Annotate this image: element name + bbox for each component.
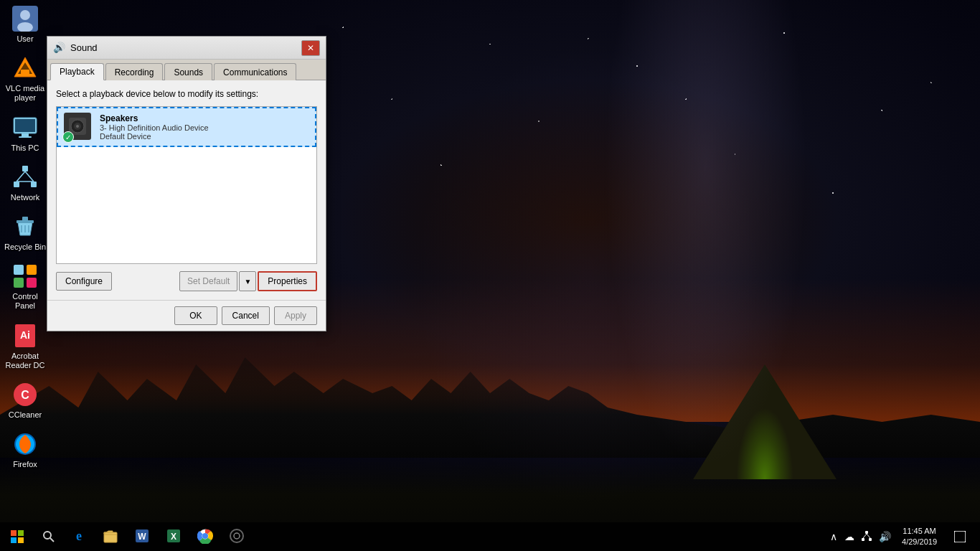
acrobat-icon: Ai <box>12 323 38 349</box>
firefox-icon <box>12 431 38 457</box>
taskbar-cortana[interactable] <box>221 522 253 551</box>
acrobat-icon-label: Acrobat Reader DC <box>3 352 47 370</box>
sound-dialog-icon: 🔊 <box>53 42 66 55</box>
cancel-button[interactable]: Cancel <box>222 306 270 325</box>
svg-rect-33 <box>11 537 17 543</box>
svg-rect-31 <box>11 530 17 536</box>
svg-text:W: W <box>138 532 146 542</box>
trees-silhouette <box>0 314 980 458</box>
dialog-content: Select a playback device below to modify… <box>47 80 326 300</box>
tab-recording[interactable]: Recording <box>105 63 164 80</box>
svg-rect-21 <box>27 278 37 288</box>
svg-rect-18 <box>14 265 24 275</box>
tab-sounds[interactable]: Sounds <box>164 63 212 80</box>
tab-playback[interactable]: Playback <box>50 63 104 80</box>
svg-rect-10 <box>22 166 28 171</box>
svg-line-49 <box>863 534 867 538</box>
clock-date: 4/29/2019 <box>902 537 937 547</box>
svg-rect-22 <box>15 324 35 347</box>
desktop-icon-user[interactable]: User <box>0 0 50 50</box>
svg-rect-6 <box>14 118 37 133</box>
svg-point-44 <box>230 529 243 542</box>
dialog-bottom-buttons: Configure Set Default ▼ Properties <box>56 271 317 291</box>
taskbar-explorer[interactable] <box>95 522 126 551</box>
controlpanel-icon <box>12 263 38 289</box>
sound-dialog: 🔊 Sound ✕ Playback Recording Sounds Comm… <box>47 36 326 331</box>
system-tray: ∧ ☁ 🔊 11:45 AM 4/29/2019 <box>828 522 980 551</box>
tray-sound-icon[interactable]: 🔊 <box>877 531 893 542</box>
svg-rect-8 <box>22 133 29 136</box>
svg-rect-17 <box>22 217 28 221</box>
taskbar-excel[interactable]: X <box>158 522 189 551</box>
desktop-icon-ccleaner[interactable]: C CCleaner <box>0 376 50 425</box>
desktop-icon-recycle[interactable]: Recycle Bin <box>0 208 50 258</box>
device-list[interactable]: ✓ Speakers 3- High Definition Audio Devi… <box>56 106 317 264</box>
svg-point-30 <box>76 125 79 128</box>
tray-network-icon[interactable] <box>859 531 874 543</box>
svg-point-26 <box>14 433 36 455</box>
recycle-icon <box>12 214 38 240</box>
tray-cloud-icon[interactable]: ☁ <box>842 531 857 542</box>
dialog-close-button[interactable]: ✕ <box>301 40 320 56</box>
svg-rect-5 <box>21 70 29 75</box>
desktop-icon-acrobat[interactable]: Ai Acrobat Reader DC <box>0 317 50 376</box>
tray-show-hidden[interactable]: ∧ <box>828 531 839 542</box>
desktop-icon-network[interactable]: Network <box>0 159 50 208</box>
desktop-icon-vlc[interactable]: VLC media player <box>0 50 50 108</box>
controlpanel-icon-label: Control Panel <box>3 292 47 311</box>
tent <box>693 364 837 479</box>
desktop: User VLC media player This <box>0 0 980 551</box>
svg-line-14 <box>25 171 34 182</box>
apply-button[interactable]: Apply <box>274 306 317 325</box>
ccleaner-icon-label: CCleaner <box>9 410 42 420</box>
svg-rect-7 <box>15 119 35 132</box>
network-icon-label: Network <box>11 193 39 202</box>
svg-marker-3 <box>14 57 36 77</box>
user-icon-label: User <box>17 34 33 44</box>
desktop-icon-controlpanel[interactable]: Control Panel <box>0 258 50 316</box>
svg-point-45 <box>234 533 240 539</box>
dialog-instruction: Select a playback device below to modify… <box>56 89 317 99</box>
device-info: Speakers 3- High Definition Audio Device… <box>100 113 309 141</box>
configure-button[interactable]: Configure <box>56 272 112 291</box>
vlc-icon-label: VLC media player <box>3 84 47 103</box>
ok-button[interactable]: OK <box>174 306 217 325</box>
svg-line-36 <box>50 538 54 542</box>
device-status: Default Device <box>100 132 309 141</box>
search-button[interactable] <box>34 522 63 551</box>
start-button[interactable] <box>0 522 34 551</box>
device-item-speakers[interactable]: ✓ Speakers 3- High Definition Audio Devi… <box>57 107 316 147</box>
desktop-icon-firefox[interactable]: Firefox <box>0 425 50 475</box>
svg-line-50 <box>867 534 870 538</box>
set-default-arrow-button[interactable]: ▼ <box>239 271 256 291</box>
taskbar-edge[interactable]: e <box>63 522 95 551</box>
ccleaner-icon: C <box>12 382 38 408</box>
desktop-icon-thispc[interactable]: This PC <box>0 109 50 159</box>
tab-communications[interactable]: Communications <box>214 63 296 80</box>
svg-point-24 <box>14 383 37 406</box>
dialog-titlebar[interactable]: 🔊 Sound ✕ <box>47 37 326 60</box>
taskbar-word[interactable]: W <box>126 522 158 551</box>
tray-clock[interactable]: 11:45 AM 4/29/2019 <box>896 526 943 548</box>
svg-rect-37 <box>104 532 117 542</box>
dialog-tabs: Playback Recording Sounds Communications <box>47 60 326 80</box>
properties-button[interactable]: Properties <box>258 271 317 291</box>
svg-rect-46 <box>865 531 868 534</box>
svg-text:Ai: Ai <box>20 329 30 341</box>
clock-time: 11:45 AM <box>902 526 937 537</box>
svg-rect-48 <box>869 538 872 541</box>
taskbar-chrome[interactable] <box>189 522 221 551</box>
set-default-button[interactable]: Set Default <box>179 271 237 291</box>
firefox-icon-label: Firefox <box>13 460 37 469</box>
svg-text:C: C <box>21 389 29 401</box>
tray-notification-button[interactable] <box>946 522 974 551</box>
taskbar-apps: e W X <box>63 522 828 551</box>
svg-rect-9 <box>19 136 32 138</box>
svg-rect-11 <box>14 182 19 187</box>
svg-marker-4 <box>18 62 32 74</box>
svg-point-1 <box>20 10 30 20</box>
svg-rect-0 <box>12 6 38 32</box>
taskbar: e W X <box>0 522 980 551</box>
thispc-icon-label: This PC <box>11 143 39 153</box>
btn-group-right: Set Default ▼ Properties <box>179 271 317 291</box>
